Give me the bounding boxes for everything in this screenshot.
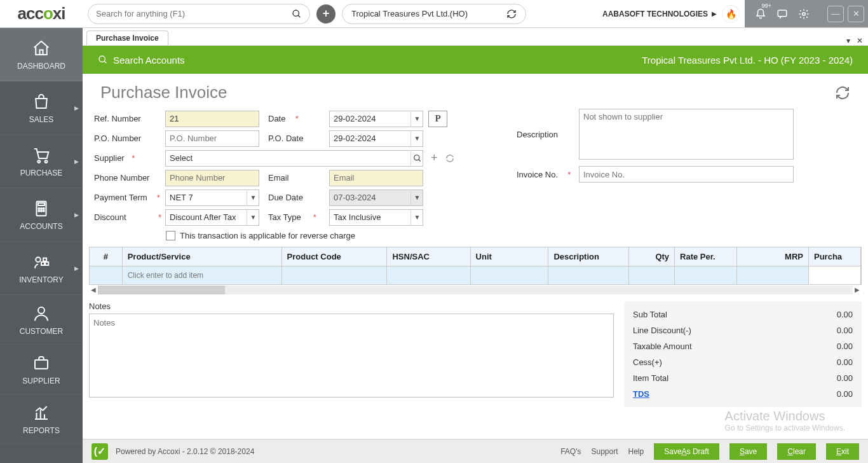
ref-number-input[interactable] bbox=[165, 111, 259, 127]
global-search-input[interactable] bbox=[96, 9, 292, 18]
refresh-icon[interactable] bbox=[835, 85, 850, 100]
scroll-right-icon[interactable]: ▶ bbox=[853, 286, 862, 293]
notif-badge: 99+ bbox=[762, 3, 771, 9]
home-icon bbox=[32, 39, 51, 58]
reverse-charge-checkbox[interactable] bbox=[166, 231, 175, 240]
svg-point-0 bbox=[293, 10, 299, 16]
discount-select[interactable] bbox=[165, 209, 259, 226]
due-date-input bbox=[329, 190, 423, 206]
chat-icon[interactable] bbox=[771, 0, 793, 27]
sidebar-item-accounts[interactable]: ACCOUNTS ▶ bbox=[0, 188, 83, 242]
sidebar-item-sales[interactable]: SALES ▶ bbox=[0, 81, 83, 135]
col-hash[interactable]: # bbox=[90, 247, 122, 266]
tabstrip: Purchase Invoice ▾ ✕ bbox=[83, 28, 868, 46]
supplier-select[interactable] bbox=[165, 150, 423, 167]
p-button[interactable]: P bbox=[428, 111, 447, 127]
svg-point-14 bbox=[36, 257, 41, 262]
phone-input[interactable] bbox=[165, 170, 259, 186]
search-icon bbox=[292, 9, 302, 19]
sidebar-item-customer[interactable]: CUSTOMER bbox=[0, 295, 83, 345]
description-label: Description bbox=[517, 109, 579, 160]
briefcase-icon bbox=[32, 354, 51, 373]
search-icon bbox=[98, 55, 108, 65]
col-product[interactable]: Product/Service bbox=[122, 247, 281, 266]
sidebar-item-dashboard[interactable]: DASHBOARD bbox=[0, 28, 83, 81]
col-rate[interactable]: Rate Per. bbox=[675, 247, 737, 266]
description-textarea[interactable] bbox=[579, 109, 794, 160]
col-hsn[interactable]: HSN/SAC bbox=[387, 247, 470, 266]
email-label: Email bbox=[268, 173, 329, 183]
sidebar-item-purchase[interactable]: PURCHASE ▶ bbox=[0, 135, 83, 188]
email-input[interactable] bbox=[329, 170, 423, 186]
svg-rect-19 bbox=[35, 360, 48, 369]
svg-point-9 bbox=[41, 208, 42, 209]
col-code[interactable]: Product Code bbox=[281, 247, 387, 266]
add-supplier-icon[interactable]: + bbox=[431, 151, 438, 165]
save-button[interactable]: Save bbox=[729, 443, 767, 460]
col-desc[interactable]: Description bbox=[548, 247, 629, 266]
supplier-label: Supplier * bbox=[94, 153, 165, 163]
col-purch[interactable]: Purcha bbox=[809, 247, 861, 266]
tax-type-select[interactable] bbox=[329, 209, 423, 226]
support-link[interactable]: Support bbox=[591, 447, 618, 456]
tab-dropdown-icon[interactable]: ▾ bbox=[846, 36, 850, 45]
po-number-input[interactable] bbox=[165, 130, 259, 147]
po-date-input[interactable] bbox=[329, 130, 423, 147]
chevron-right-icon: ▶ bbox=[74, 265, 79, 272]
phone-label: Phone Number bbox=[94, 173, 165, 183]
add-item-hint[interactable]: Click enter to add item bbox=[122, 266, 281, 284]
col-mrp[interactable]: MRP bbox=[737, 247, 809, 266]
notes-label: Notes bbox=[89, 301, 614, 311]
table-hscroll[interactable]: ◀ ▶ bbox=[89, 285, 862, 295]
window-buttons: — ✕ bbox=[820, 0, 868, 27]
tax-type-label: Tax Type * bbox=[268, 212, 329, 222]
sidebar-item-reports[interactable]: REPORTS bbox=[0, 394, 83, 444]
col-qty[interactable]: Qty bbox=[629, 247, 675, 266]
inventory-icon bbox=[32, 252, 51, 272]
powered-by: Powered by Accoxi - 2.0.12 © 2018-2024 bbox=[116, 447, 254, 456]
discount-label: Discount* bbox=[94, 212, 165, 222]
sidebar-item-inventory[interactable]: INVENTORY ▶ bbox=[0, 242, 83, 295]
tab-purchase-invoice[interactable]: Purchase Invoice bbox=[86, 31, 168, 45]
topbar-right: AABASOFT TECHNOLOGIES ▶ 🔥 99+ — ✕ bbox=[602, 0, 868, 27]
invoice-no-label: Invoice No. * bbox=[517, 170, 579, 179]
minimize-button[interactable]: — bbox=[827, 6, 844, 22]
save-draft-button[interactable]: Save As Draft bbox=[654, 443, 719, 460]
svg-point-20 bbox=[99, 56, 105, 62]
sync-icon[interactable] bbox=[506, 9, 517, 19]
notes-textarea[interactable] bbox=[89, 314, 614, 397]
ref-number-label: Ref. Number bbox=[94, 114, 165, 123]
help-link[interactable]: Help bbox=[628, 447, 644, 456]
table-row[interactable]: Click enter to add item bbox=[90, 266, 861, 284]
global-search[interactable] bbox=[88, 4, 310, 24]
svg-point-4 bbox=[37, 160, 40, 163]
clear-button[interactable]: Clear bbox=[777, 443, 816, 460]
faq-link[interactable]: FAQ's bbox=[560, 447, 581, 456]
col-unit[interactable]: Unit bbox=[470, 247, 548, 266]
totals-row: Taxable Amount0.00 bbox=[633, 338, 853, 354]
settings-icon[interactable] bbox=[793, 0, 815, 27]
flame-icon[interactable]: 🔥 bbox=[722, 5, 740, 23]
search-accounts[interactable]: Search Accounts bbox=[98, 55, 185, 66]
sidebar-item-label: DASHBOARD bbox=[17, 62, 65, 71]
svg-point-5 bbox=[45, 160, 48, 163]
notifications-icon[interactable]: 99+ bbox=[750, 0, 771, 27]
company-selector[interactable]: Tropical Treasures Pvt Ltd.(HO) bbox=[342, 4, 526, 24]
sidebar-item-supplier[interactable]: SUPPLIER bbox=[0, 345, 83, 394]
exit-button[interactable]: Exit bbox=[826, 443, 859, 460]
sidebar: DASHBOARD SALES ▶ PURCHASE ▶ ACCOUNTS ▶ … bbox=[0, 28, 83, 463]
date-input[interactable] bbox=[329, 111, 423, 127]
close-button[interactable]: ✕ bbox=[848, 6, 864, 22]
invoice-no-input[interactable] bbox=[579, 166, 794, 183]
payment-term-select[interactable] bbox=[165, 190, 259, 206]
tenant-name: AABASOFT TECHNOLOGIES bbox=[602, 10, 708, 18]
scroll-left-icon[interactable]: ◀ bbox=[89, 286, 98, 293]
totals-row: Line Discount(-)0.00 bbox=[633, 322, 853, 338]
svg-point-13 bbox=[43, 210, 44, 211]
tds-link[interactable]: TDS bbox=[633, 389, 649, 399]
chevron-right-icon[interactable]: ▶ bbox=[712, 10, 717, 17]
add-button[interactable]: + bbox=[316, 4, 336, 24]
refresh-supplier-icon[interactable] bbox=[445, 154, 454, 163]
tab-close-icon[interactable]: ✕ bbox=[857, 36, 863, 45]
calculator-icon bbox=[32, 199, 51, 218]
